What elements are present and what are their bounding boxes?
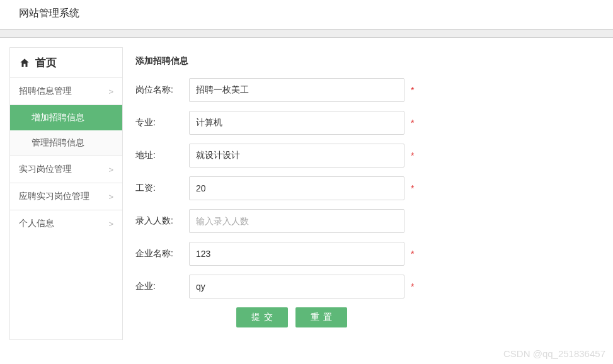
sidebar-item-recruit[interactable]: 招聘信息管理 > (10, 78, 122, 105)
enterprise-input[interactable] (189, 275, 404, 299)
submit-button[interactable]: 提交 (236, 307, 288, 327)
sidebar-item-label: 应聘实习岗位管理 (19, 191, 89, 202)
company-input[interactable] (189, 242, 404, 266)
field-label: 企业: (135, 281, 189, 292)
app-title: 网站管理系统 (19, 7, 79, 20)
sidebar-item-label: 个人信息 (19, 218, 54, 229)
field-label: 工资: (135, 183, 189, 194)
form-row-address: 地址: * (135, 144, 600, 168)
form-row-major: 专业: * (135, 111, 600, 135)
position-input[interactable] (189, 78, 404, 102)
sidebar-subitem-manage-recruit[interactable]: 管理招聘信息 (10, 130, 122, 156)
required-mark: * (411, 85, 414, 95)
home-icon (19, 57, 30, 69)
sidebar-subitem-label: 增加招聘信息 (32, 112, 84, 122)
required-mark: * (411, 183, 414, 193)
required-mark: * (411, 249, 414, 259)
major-input[interactable] (189, 111, 404, 135)
reset-button[interactable]: 重置 (295, 307, 347, 327)
sidebar-subitem-label: 管理招聘信息 (32, 137, 84, 147)
count-input[interactable] (189, 209, 404, 233)
sidebar-item-intern[interactable]: 实习岗位管理 > (10, 156, 122, 183)
required-mark: * (411, 282, 414, 292)
field-label: 岗位名称: (135, 84, 189, 96)
required-mark: * (411, 118, 414, 128)
field-label: 专业: (135, 117, 189, 128)
header: 网站管理系统 (0, 0, 613, 26)
form-row-enterprise: 企业: * (135, 275, 600, 299)
chevron-right-icon: > (108, 219, 113, 229)
chevron-right-icon: > (108, 165, 113, 174)
form-row-company: 企业名称: * (135, 242, 600, 266)
sidebar-item-personal[interactable]: 个人信息 > (10, 210, 122, 237)
field-label: 地址: (135, 150, 189, 161)
content: 首页 招聘信息管理 > 增加招聘信息 管理招聘信息 实习岗位管理 > 应聘实习岗… (0, 38, 613, 340)
sidebar-home-label: 首页 (35, 55, 57, 70)
sidebar-subitem-add-recruit[interactable]: 增加招聘信息 (10, 105, 122, 130)
main: 添加招聘信息 岗位名称: * 专业: * 地址: * 工资: * 录入人数: 企… (123, 47, 613, 340)
form-row-position: 岗位名称: * (135, 78, 600, 102)
sidebar-item-label: 招聘信息管理 (19, 86, 72, 97)
field-label: 企业名称: (135, 248, 189, 259)
sidebar-item-apply-intern[interactable]: 应聘实习岗位管理 > (10, 183, 122, 210)
address-input[interactable] (189, 144, 404, 168)
page-title: 添加招聘信息 (135, 47, 600, 78)
button-row: 提交 重置 (135, 307, 600, 327)
header-divider (0, 29, 613, 38)
form-row-count: 录入人数: (135, 209, 600, 233)
field-label: 录入人数: (135, 215, 189, 227)
sidebar: 首页 招聘信息管理 > 增加招聘信息 管理招聘信息 实习岗位管理 > 应聘实习岗… (9, 47, 123, 340)
required-mark: * (411, 151, 414, 161)
sidebar-home[interactable]: 首页 (10, 48, 122, 78)
salary-input[interactable] (189, 176, 404, 200)
form-row-salary: 工资: * (135, 176, 600, 200)
sidebar-submenu-recruit: 增加招聘信息 管理招聘信息 (10, 105, 122, 156)
chevron-right-icon: > (108, 192, 113, 202)
sidebar-item-label: 实习岗位管理 (19, 164, 72, 175)
chevron-right-icon: > (108, 87, 113, 96)
